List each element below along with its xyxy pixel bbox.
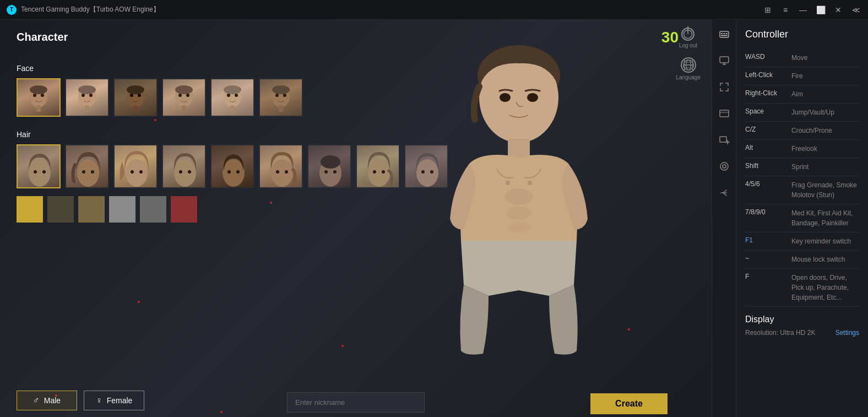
svg-point-13 (78, 85, 96, 94)
svg-point-45 (139, 170, 143, 174)
svg-point-52 (271, 159, 293, 187)
nickname-input[interactable] (287, 392, 425, 413)
hair-thumb-5[interactable] (210, 144, 254, 188)
face-preview-4 (163, 79, 205, 116)
key-cz: C/Z (745, 126, 785, 133)
action-grenades: Frag Grenade, Smoke Molotov (Stun) (791, 180, 859, 200)
face-preview-1 (18, 79, 59, 116)
hair-thumb-4[interactable] (162, 144, 206, 188)
svg-point-46 (174, 159, 196, 187)
hair-thumb-6[interactable] (259, 144, 303, 188)
language-label: Language (676, 74, 701, 80)
face-thumb-2[interactable] (65, 78, 109, 117)
svg-point-38 (34, 170, 37, 174)
svg-point-3 (686, 60, 691, 71)
male-button[interactable]: ♂ Male (17, 391, 77, 410)
expand-icon-btn[interactable] (715, 78, 733, 96)
svg-point-9 (33, 94, 36, 97)
hair-color-4[interactable] (109, 196, 135, 223)
svg-point-14 (82, 94, 85, 97)
countdown-timer: 30 (661, 29, 679, 46)
hair-color-1[interactable] (17, 196, 43, 223)
logout-button[interactable]: Log out (679, 28, 697, 48)
face-grid (17, 78, 303, 117)
svg-point-73 (506, 181, 510, 185)
face-thumb-4[interactable] (162, 78, 206, 117)
action-jump: Jump/Vault/Up (791, 107, 859, 117)
svg-point-8 (30, 85, 47, 94)
svg-rect-11 (36, 105, 41, 112)
main-layout: Character 30 Log out (0, 20, 868, 417)
title-bar: T Tencent Gaming Buddy【Turbo AOW Engine】… (0, 0, 868, 20)
svg-point-28 (224, 85, 241, 94)
hair-thumb-1[interactable] (17, 144, 61, 188)
back-icon-btn[interactable] (715, 184, 733, 202)
hair-color-2[interactable] (47, 196, 74, 223)
male-icon: ♂ (33, 396, 40, 405)
face-thumb-3[interactable] (113, 78, 158, 117)
svg-point-47 (179, 170, 182, 174)
hair-color-3[interactable] (78, 196, 105, 223)
hair-preview-3 (115, 145, 156, 187)
female-button[interactable]: ♀ Female (84, 391, 144, 410)
svg-point-70 (505, 188, 533, 205)
controller-panel: Controller WASD Move Left-Click Fire Rig… (736, 20, 868, 417)
page-title: Character (17, 31, 68, 44)
pin-button[interactable]: ⊞ (762, 6, 773, 14)
svg-point-34 (275, 94, 279, 97)
svg-point-23 (175, 85, 193, 94)
svg-point-56 (321, 155, 340, 169)
svg-point-15 (89, 94, 93, 97)
settings-link[interactable]: Settings (836, 329, 859, 337)
svg-rect-31 (230, 105, 235, 112)
add-window-icon-btn[interactable] (715, 131, 733, 149)
svg-point-41 (82, 170, 85, 174)
maximize-button[interactable]: ⬜ (815, 6, 826, 14)
face-thumb-6[interactable] (259, 78, 303, 117)
keyboard-icon-btn[interactable] (715, 25, 733, 43)
key-f: F (745, 273, 785, 280)
face-thumb-1[interactable] (17, 78, 61, 117)
svg-rect-75 (720, 31, 729, 37)
logout-label: Log out (679, 42, 697, 48)
menu-button[interactable]: ≡ (780, 6, 791, 14)
action-crouch: Crouch/Prone (791, 126, 859, 136)
key-shift: Shift (745, 162, 785, 170)
collapse-icon[interactable]: ≪ (850, 6, 861, 14)
hair-preview-5 (211, 145, 253, 187)
language-globe-icon (681, 57, 696, 73)
display-icon-btn[interactable] (715, 52, 733, 69)
hair-thumb-7[interactable] (307, 144, 351, 188)
hair-thumb-3[interactable] (113, 144, 158, 188)
svg-rect-16 (85, 105, 89, 112)
window-icon-btn[interactable] (715, 105, 733, 122)
svg-point-29 (227, 94, 230, 97)
action-medkit: Med Kit, First Aid Kit, Bandage, Painkil… (791, 208, 859, 228)
action-open-doors: Open doors, Drive, Pick up, Parachute, E… (791, 273, 859, 302)
display-title: Display (745, 315, 859, 324)
svg-point-54 (285, 170, 288, 174)
svg-point-72 (508, 222, 530, 233)
svg-point-90 (723, 165, 726, 168)
action-move: Move (791, 53, 859, 63)
minimize-button[interactable]: — (798, 6, 809, 14)
svg-rect-86 (720, 137, 726, 142)
svg-point-53 (276, 170, 279, 174)
sidebar-icon-strip (712, 20, 736, 417)
hair-color-6[interactable] (171, 196, 197, 223)
create-button[interactable]: Create (590, 393, 668, 414)
hair-thumb-2[interactable] (65, 144, 109, 188)
key-7890: 7/8/9/0 (745, 208, 785, 216)
face-thumb-5[interactable] (210, 78, 254, 117)
language-button[interactable]: Language (676, 57, 701, 80)
svg-rect-84 (720, 110, 729, 117)
hair-preview-2 (66, 145, 108, 187)
keybind-wasd: WASD Move (745, 49, 859, 67)
female-label: Female (107, 396, 133, 405)
keybind-space: Space Jump/Vault/Up (745, 104, 859, 122)
hair-color-5[interactable] (140, 196, 166, 223)
svg-point-24 (178, 94, 182, 97)
close-button[interactable]: ✕ (833, 6, 844, 14)
circle-icon-btn[interactable] (715, 158, 733, 175)
hair-preview-1 (18, 145, 59, 187)
